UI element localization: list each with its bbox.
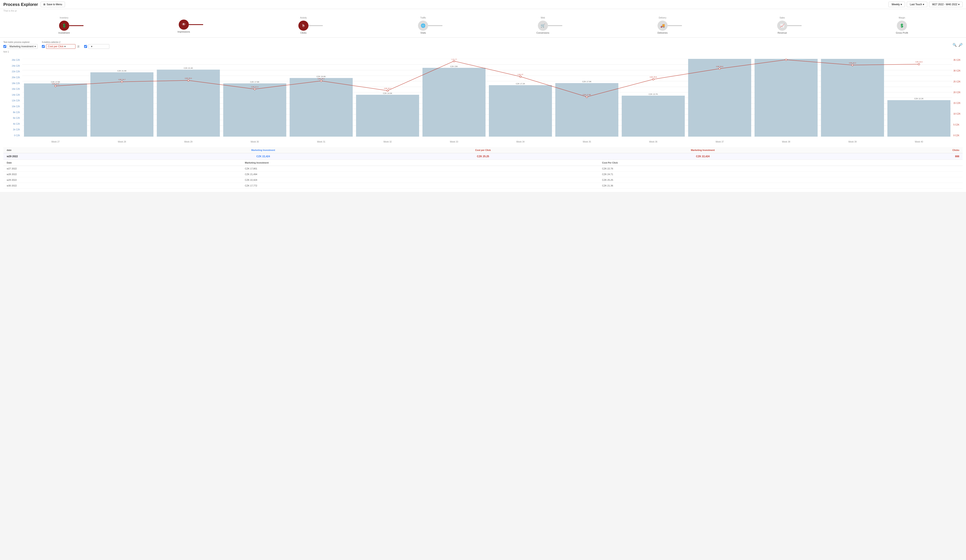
metric2-dropdown[interactable]: Cost per Click ▾ [46,44,76,49]
metric1-checkbox[interactable] [3,45,6,48]
pipe-category-gross-profit: Margin [899,16,905,19]
dt-cell-cpc: CZK 24.71 [602,173,959,176]
y-axis-right: 0 CZK 5 CZK 10 CZK 15 CZK 20 CZK 25 CZK … [952,59,963,136]
weekly-dropdown[interactable]: Weekly ▾ [889,2,905,7]
table-row[interactable]: w28 2022 CZK 21,494 CZK 24.71 [3,172,963,177]
x-label-w31: Week 31 [288,141,354,143]
subtitle: That is the pr [0,9,966,13]
dt-cell-date: w29 2022 [7,179,245,181]
pipeline-step-investment[interactable]: Inventory 💲 Investment [4,16,124,34]
zoom-out-icon[interactable]: 🔎 [958,43,963,47]
x-axis: Week 27 Week 28 Week 29 Week 30 Week 31 … [22,141,952,143]
clicks-label: Clicks [300,31,306,34]
dt-th-mi: Marketing Investment [245,161,602,164]
header-controls: Weekly ▾ Last Touch ▾ W27 2022 - W40 202… [889,2,963,7]
metric1-label: Test metric process explorer [3,41,38,43]
chevron-down-icon: ▾ [958,3,959,6]
dt-cell-mi: CZK 17,801 [245,168,602,170]
metric2-group: 3-metrics-selector-2 Cost per Click ▾ 2 [42,41,80,49]
pipeline-step-deliveries[interactable]: Delivery 🚚 Deliveries [603,16,722,34]
x-label-w36: Week 36 [620,141,687,143]
deliveries-label: Deliveries [657,31,668,34]
dt-cell-date: w30 2022 [7,184,245,187]
chevron-down-icon: ▾ [34,45,36,48]
dt-cell-mi: CZK 17,772 [245,184,602,187]
dt-th-date: Date [7,161,245,164]
metric3-checkbox[interactable] [84,45,87,48]
y-axis-left: 0 CZK 2k CZK 4k CZK 6k CZK 8k CZK 10k CZ… [3,59,21,136]
pipeline-step-gross-profit[interactable]: Margin 💲 Gross Profit [842,16,962,34]
dt-cell-date: w28 2022 [7,173,245,176]
hint-label: hint 1 [3,51,963,53]
dt-cell-cpc: CZK 21.36 [602,184,959,187]
page-title: Process Explorer [3,2,38,7]
table-row[interactable]: w27 2022 CZK 17,801 CZK 22.76 [3,166,963,172]
metric3-group: ▾ [84,43,109,49]
sr-mi2: CZK 22,424 [593,155,813,158]
pipeline-step-conversions[interactable]: Web 🛒 Conversions [483,16,603,34]
x-label-w33: Week 33 [421,141,487,143]
x-label-w28: Week 28 [89,141,155,143]
last-touch-dropdown[interactable]: Last Touch ▾ [907,2,927,7]
th-cpc: Cost per Click [373,149,593,151]
x-label-w34: Week 34 [487,141,554,143]
metric2-checkbox[interactable] [42,45,45,48]
impressions-icon: 👁 [179,20,189,30]
header-left: Process Explorer ⊞ Save to Menu [3,2,65,7]
date-range-dropdown[interactable]: W27 2022 - W40 2022 ▾ [929,2,963,7]
gross-profit-icon: 💲 [897,21,907,31]
pipeline-step-revenue[interactable]: Sales 📈 Revenue [723,16,842,34]
x-label-w30: Week 30 [222,141,288,143]
metric2-label: 3-metrics-selector-2 [42,41,80,43]
pipeline-step-visits[interactable]: Traffic 🌐 Visits [363,16,483,34]
conversions-icon: 🛒 [538,21,548,31]
selected-data-row[interactable]: w29 2022 CZK 22,424 CZK 25.25 CZK 22,424… [3,153,963,160]
table-row[interactable]: w29 2022 CZK 22,424 CZK 25.25 [3,177,963,183]
visits-label: Visits [421,31,426,34]
chart-canvas [22,59,952,136]
dt-header: Date Marketing Investment Cost Per Click [3,160,963,166]
dt-cell-cpc: CZK 25.25 [602,179,959,181]
sr-date: w29 2022 [7,155,153,158]
metric1-row: Marketing Investment ▾ [3,44,38,49]
pipe-category-clicks: Activity [300,16,307,19]
impressions-label: Impressions [177,31,190,33]
dt-th-cpc: Cost Per Click [602,161,959,164]
metric3-dropdown[interactable]: ▾ [88,44,109,49]
zoom-in-icon[interactable]: 🔍 [953,43,957,47]
pipe-category-conversions: Web [540,16,545,19]
dt-cell-mi: CZK 21,494 [245,173,602,176]
x-label-w40: Week 40 [886,141,952,143]
th-date: date [7,149,153,151]
revenue-icon: 📈 [777,21,787,31]
chevron-down-icon: ▾ [91,45,92,48]
x-label-w29: Week 29 [155,141,222,143]
table-row[interactable]: w30 2022 CZK 17,772 CZK 21.36 [3,183,963,189]
main-content: Test metric process explorer Marketing I… [0,38,966,192]
investment-icon: 💲 [59,21,69,31]
sr-mi: CZK 22,424 [153,155,373,158]
metric1-group: Test metric process explorer Marketing I… [3,41,38,49]
save-icon: ⊞ [43,3,45,6]
pipeline: Inventory 💲 Investment 👁 Impressions Act… [0,13,966,38]
zoom-icons: 🔍 🔎 [953,43,963,47]
x-label-w27: Week 27 [22,141,89,143]
pipeline-step-clicks[interactable]: Activity 🖱 Clicks [244,16,363,34]
save-to-menu-button[interactable]: ⊞ Save to Menu [41,2,65,7]
dt-cell-cpc: CZK 22.76 [602,168,959,170]
visits-icon: 🌐 [418,21,428,31]
pipe-category-visits: Traffic [421,16,426,19]
x-label-w39: Week 39 [819,141,886,143]
investment-label: Investment [58,31,70,34]
pipe-category-revenue: Sales [780,16,785,19]
metric2-badge: 2 [77,45,80,48]
clicks-icon: 🖱 [298,21,309,31]
chevron-down-icon: ▾ [900,3,902,6]
th-mi2: Marketing Investment [593,149,813,151]
deliveries-icon: 🚚 [657,21,668,31]
pipeline-step-impressions[interactable]: 👁 Impressions [124,18,243,33]
chart-container: 0 CZK 2k CZK 4k CZK 6k CZK 8k CZK 10k CZ… [3,55,963,147]
gross-profit-label: Gross Profit [896,31,908,34]
header: Process Explorer ⊞ Save to Menu Weekly ▾… [0,0,966,9]
metric1-dropdown[interactable]: Marketing Investment ▾ [8,44,38,49]
